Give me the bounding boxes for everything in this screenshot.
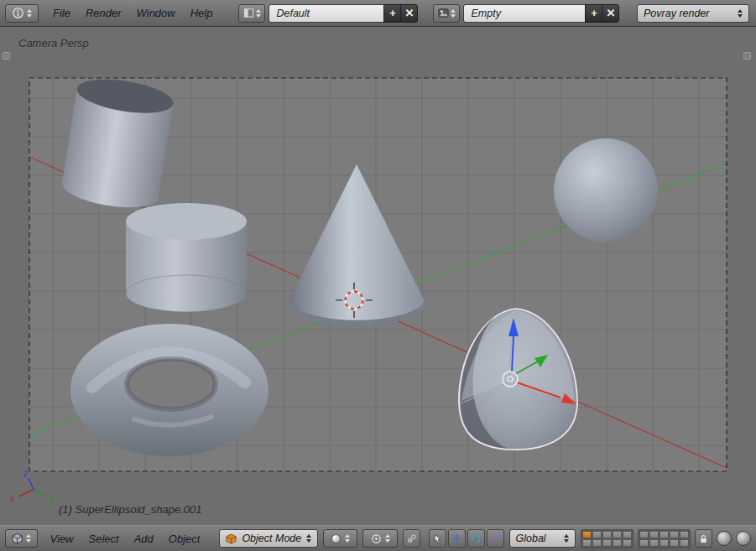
pivot-point-icon bbox=[371, 533, 382, 544]
chevron-updown-icon bbox=[306, 534, 311, 543]
menu-select[interactable]: Select bbox=[81, 533, 127, 545]
layer-button-8[interactable] bbox=[660, 531, 669, 538]
layer-button-20[interactable] bbox=[680, 539, 689, 547]
area-split-handle-right[interactable] bbox=[743, 52, 751, 60]
layer-button-10[interactable] bbox=[680, 531, 689, 538]
header-right-cluster bbox=[581, 529, 751, 548]
layer-button-11[interactable] bbox=[582, 539, 592, 547]
sphere-object[interactable] bbox=[554, 138, 658, 242]
layer-button-13[interactable] bbox=[602, 539, 612, 547]
chevron-updown-icon bbox=[26, 534, 31, 543]
3d-viewport-editor-icon bbox=[11, 533, 23, 545]
render-engine-select[interactable]: Povray render bbox=[637, 4, 749, 23]
viewport-shading-select[interactable] bbox=[323, 529, 357, 548]
screen-browse-button[interactable] bbox=[238, 4, 265, 23]
info-editor-icon bbox=[12, 7, 24, 19]
chevron-updown-icon bbox=[385, 534, 390, 543]
layer-button-1[interactable] bbox=[582, 531, 592, 538]
menu-help[interactable]: Help bbox=[183, 7, 221, 19]
layer-button-4[interactable] bbox=[613, 531, 622, 538]
info-header: File Render Window Help Default + ✕ Empt… bbox=[0, 0, 756, 27]
scene-name-field[interactable]: Empty bbox=[463, 4, 586, 23]
lock-icon bbox=[698, 533, 709, 544]
layer-button-16[interactable] bbox=[639, 539, 649, 547]
layer-button-19[interactable] bbox=[670, 539, 679, 547]
scene-add-button[interactable]: + bbox=[585, 4, 602, 23]
layer-button-17[interactable] bbox=[649, 539, 659, 547]
screen-layout-selector: Default + ✕ bbox=[238, 4, 418, 23]
screen-add-button[interactable]: + bbox=[383, 4, 401, 23]
scene-name-value: Empty bbox=[471, 8, 500, 19]
viewport-editor-type-button[interactable] bbox=[5, 529, 38, 548]
manipulator-toggle-button[interactable] bbox=[429, 529, 446, 548]
chevron-updown-icon bbox=[27, 9, 32, 18]
layer-button-2[interactable] bbox=[592, 531, 602, 538]
rotate-manipulator-button[interactable] bbox=[467, 529, 485, 548]
layer-button-12[interactable] bbox=[592, 539, 602, 547]
view-name-label: Camera Persp bbox=[18, 37, 89, 49]
chevron-updown-icon bbox=[564, 534, 569, 543]
manipulate-center-points-toggle[interactable] bbox=[403, 529, 420, 548]
menu-window[interactable]: Window bbox=[129, 7, 183, 19]
layer-button-6[interactable] bbox=[639, 531, 649, 538]
3d-viewport[interactable]: z x y Camera Persp (1) SuperEllipsoid_sh… bbox=[0, 27, 756, 525]
lock-to-scene-toggle[interactable] bbox=[695, 529, 712, 548]
render-engine-value: Povray render bbox=[644, 8, 733, 19]
layer-button-15[interactable] bbox=[623, 539, 632, 547]
menu-render[interactable]: Render bbox=[78, 7, 129, 19]
screen-name-field[interactable]: Default bbox=[269, 4, 384, 23]
scene-icon bbox=[438, 8, 449, 18]
menu-view[interactable]: View bbox=[43, 533, 81, 545]
chevron-updown-icon bbox=[256, 9, 261, 18]
opengl-render-still-button[interactable] bbox=[717, 531, 732, 546]
layer-button-7[interactable] bbox=[649, 531, 659, 538]
menu-add[interactable]: Add bbox=[127, 533, 161, 545]
top-menubar: File Render Window Help bbox=[45, 7, 220, 19]
selected-object-label: (1) SuperEllipsoid_shape.001 bbox=[59, 503, 202, 516]
center-points-icon bbox=[406, 533, 417, 544]
scale-line-icon bbox=[490, 533, 501, 544]
rotate-arc-icon bbox=[471, 533, 482, 544]
layer-button-14[interactable] bbox=[613, 539, 622, 547]
chevron-updown-icon bbox=[345, 534, 350, 543]
viewport-header: View Select Add Object Object Mode bbox=[0, 525, 756, 551]
translate-arrows-icon bbox=[451, 533, 462, 544]
opengl-render-anim-button[interactable] bbox=[736, 531, 751, 546]
scene-browse-button[interactable] bbox=[433, 4, 460, 23]
gizmo-x-label: x bbox=[9, 494, 15, 503]
cylinder-tilted-object[interactable] bbox=[60, 74, 175, 213]
torus-object[interactable] bbox=[70, 324, 269, 456]
menu-file[interactable]: File bbox=[45, 7, 78, 19]
mode-select[interactable]: Object Mode bbox=[219, 529, 318, 548]
viewport-menubar: View Select Add Object bbox=[43, 533, 208, 545]
translate-manipulator-button[interactable] bbox=[448, 529, 466, 548]
object-mode-cube-icon bbox=[226, 533, 237, 544]
editor-type-button[interactable] bbox=[5, 4, 39, 23]
screen-name-value: Default bbox=[276, 8, 310, 19]
layer-buttons-group-1 bbox=[581, 529, 633, 548]
layer-button-3[interactable] bbox=[602, 531, 612, 538]
area-split-handle-left[interactable] bbox=[3, 52, 10, 60]
solid-shading-sphere-icon bbox=[331, 533, 342, 544]
viewport-scene: z x y bbox=[0, 27, 756, 525]
scene-selector: Empty + ✕ bbox=[433, 4, 619, 23]
scale-manipulator-button[interactable] bbox=[487, 529, 504, 548]
layer-button-18[interactable] bbox=[660, 539, 669, 547]
manipulator-widget-group bbox=[429, 529, 504, 548]
gizmo-y-label: y bbox=[49, 495, 55, 504]
layer-button-5[interactable] bbox=[623, 531, 632, 538]
pointer-hand-icon bbox=[432, 533, 443, 544]
layer-button-9[interactable] bbox=[670, 531, 679, 538]
screen-layout-icon bbox=[243, 8, 254, 18]
mode-value: Object Mode bbox=[242, 533, 301, 544]
gizmo-z-label: z bbox=[23, 469, 28, 478]
orientation-value: Global bbox=[516, 533, 560, 544]
scene-close-button[interactable]: ✕ bbox=[602, 4, 619, 23]
chevron-updown-icon bbox=[451, 9, 456, 18]
cylinder-object[interactable] bbox=[126, 203, 247, 312]
menu-object[interactable]: Object bbox=[161, 533, 208, 545]
transform-orientation-select[interactable]: Global bbox=[509, 529, 576, 548]
pivot-point-select[interactable] bbox=[362, 529, 398, 548]
chevron-updown-icon bbox=[738, 9, 743, 18]
screen-close-button[interactable]: ✕ bbox=[400, 4, 418, 23]
